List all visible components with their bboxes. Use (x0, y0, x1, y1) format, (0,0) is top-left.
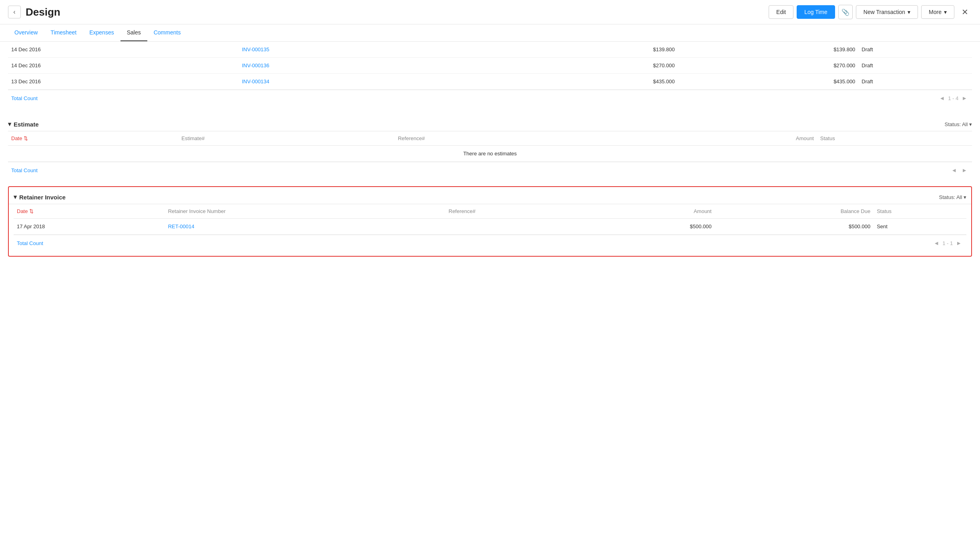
estimate-status-label: Status: All (945, 121, 968, 127)
invoice-date: 14 Dec 2016 (8, 58, 239, 74)
new-transaction-chevron-icon: ▾ (908, 9, 910, 15)
invoice-date: 13 Dec 2016 (8, 74, 239, 90)
new-transaction-button[interactable]: New Transaction ▾ (856, 5, 918, 19)
tab-expenses[interactable]: Expenses (83, 24, 120, 41)
invoices-next-button[interactable]: ► (960, 94, 969, 102)
estimate-section-header: ▾ Estimate Status: All ▾ (8, 114, 972, 131)
retainer-status-filter[interactable]: Status: All ▾ (939, 194, 966, 200)
more-label: More (929, 9, 942, 15)
retainer-row-balance: $500.000 (715, 219, 874, 235)
retainer-status-col: Status (874, 204, 966, 219)
retainer-row-status: Sent (874, 219, 966, 235)
retainer-total-row: Total Count ◄ 1 - 1 ► (14, 235, 966, 251)
edit-button[interactable]: Edit (769, 5, 793, 19)
invoice-amount: $435.000 (497, 74, 678, 90)
retainer-title-text: Retainer Invoice (19, 194, 66, 201)
estimate-empty-row: There are no estimates (8, 146, 972, 162)
tabs-bar: Overview Timesheet Expenses Sales Commen… (0, 24, 980, 42)
estimate-next-button[interactable]: ► (960, 166, 969, 174)
retainer-balance-col: Balance Due (715, 204, 874, 219)
retainer-page-range: 1 - 1 (942, 240, 953, 246)
estimate-chevron-icon: ▾ (8, 121, 11, 128)
invoice-balance: $270.000 (678, 58, 858, 74)
invoice-number[interactable]: INV-000136 (239, 58, 456, 74)
invoice-status: Draft (858, 58, 972, 74)
estimate-prev-button[interactable]: ◄ (950, 166, 958, 174)
estimate-number-col: Estimate# (178, 131, 395, 146)
retainer-section-header: ▾ Retainer Invoice Status: All ▾ (9, 187, 971, 204)
retainer-row-number[interactable]: RET-00014 (165, 219, 446, 235)
estimate-date-col[interactable]: Date ⇅ (8, 131, 178, 146)
invoice-row: 14 Dec 2016 INV-000136 $270.000 $270.000… (8, 58, 972, 74)
tab-sales[interactable]: Sales (120, 24, 147, 41)
estimate-pagination: ◄ ► (950, 166, 969, 174)
main-content: 14 Dec 2016 INV-000135 $139.800 $139.800… (0, 42, 980, 257)
tab-timesheet[interactable]: Timesheet (44, 24, 83, 41)
invoice-number[interactable]: INV-000135 (239, 42, 456, 58)
invoices-total-row: Total Count ◄ 1 - 4 ► (8, 90, 972, 106)
retainer-pagination: ◄ 1 - 1 ► (932, 239, 963, 247)
back-button[interactable]: ‹ (8, 6, 21, 18)
retainer-section-title: ▾ Retainer Invoice (14, 193, 66, 201)
invoices-pagination: ◄ 1 - 4 ► (938, 94, 969, 102)
invoices-prev-button[interactable]: ◄ (938, 94, 946, 102)
invoice-balance: $139.800 (678, 42, 858, 58)
estimate-table: Date ⇅ Estimate# Reference# Amount Statu… (8, 131, 972, 162)
log-time-button[interactable]: Log Time (797, 5, 835, 19)
retainer-status-label: Status: All (939, 194, 962, 200)
estimate-status-filter[interactable]: Status: All ▾ (945, 121, 972, 127)
retainer-next-button[interactable]: ► (954, 239, 963, 247)
retainer-total-count[interactable]: Total Count (17, 240, 43, 246)
retainer-row: 17 Apr 2018 RET-00014 $500.000 $500.000 … (14, 219, 966, 235)
header-actions: Edit Log Time 📎 New Transaction ▾ More ▾… (769, 5, 972, 19)
invoices-page-range: 1 - 4 (948, 95, 958, 101)
invoice-number[interactable]: INV-000134 (239, 74, 456, 90)
page-title: Design (26, 6, 764, 18)
invoice-amount: $270.000 (497, 58, 678, 74)
invoice-amount: $139.800 (497, 42, 678, 58)
invoice-date: 14 Dec 2016 (8, 42, 239, 58)
retainer-row-ref (446, 219, 592, 235)
estimate-title-text: Estimate (14, 121, 39, 128)
estimate-status-col: Status (817, 131, 972, 146)
estimate-amount-col: Amount (639, 131, 817, 146)
more-chevron-icon: ▾ (944, 9, 947, 15)
invoices-section: 14 Dec 2016 INV-000135 $139.800 $139.800… (8, 42, 972, 106)
invoice-balance: $435.000 (678, 74, 858, 90)
retainer-row-date: 17 Apr 2018 (14, 219, 165, 235)
retainer-chevron-icon: ▾ (14, 193, 17, 201)
close-button[interactable]: ✕ (958, 5, 972, 19)
retainer-amount-col: Amount (591, 204, 715, 219)
retainer-status-chevron-icon: ▾ (964, 194, 966, 200)
invoice-status: Draft (858, 42, 972, 58)
invoice-ref (456, 42, 498, 58)
estimate-status-chevron-icon: ▾ (969, 121, 972, 127)
retainer-ref-col: Reference# (446, 204, 592, 219)
new-transaction-label: New Transaction (864, 9, 905, 15)
estimate-ref-col: Reference# (395, 131, 639, 146)
invoice-row: 14 Dec 2016 INV-000135 $139.800 $139.800… (8, 42, 972, 58)
estimate-total-row: Total Count ◄ ► (8, 162, 972, 178)
estimate-total-count[interactable]: Total Count (11, 167, 38, 173)
estimate-section: ▾ Estimate Status: All ▾ Date ⇅ Estimate… (8, 114, 972, 178)
attachment-button[interactable]: 📎 (838, 5, 853, 19)
retainer-number-col: Retainer Invoice Number (165, 204, 446, 219)
page-header: ‹ Design Edit Log Time 📎 New Transaction… (0, 0, 980, 24)
estimate-empty-message: There are no estimates (8, 146, 972, 162)
retainer-section: ▾ Retainer Invoice Status: All ▾ Date ⇅ … (8, 186, 972, 257)
estimate-section-title: ▾ Estimate (8, 121, 39, 128)
invoice-row: 13 Dec 2016 INV-000134 $435.000 $435.000… (8, 74, 972, 90)
tab-comments[interactable]: Comments (147, 24, 187, 41)
invoice-ref (456, 58, 498, 74)
retainer-prev-button[interactable]: ◄ (932, 239, 941, 247)
invoices-table: 14 Dec 2016 INV-000135 $139.800 $139.800… (8, 42, 972, 90)
retainer-date-col[interactable]: Date ⇅ (14, 204, 165, 219)
invoices-total-count[interactable]: Total Count (11, 95, 38, 101)
tab-overview[interactable]: Overview (8, 24, 44, 41)
retainer-row-amount: $500.000 (591, 219, 715, 235)
retainer-table: Date ⇅ Retainer Invoice Number Reference… (14, 204, 966, 235)
invoice-status: Draft (858, 74, 972, 90)
more-button[interactable]: More ▾ (921, 5, 954, 19)
invoice-ref (456, 74, 498, 90)
